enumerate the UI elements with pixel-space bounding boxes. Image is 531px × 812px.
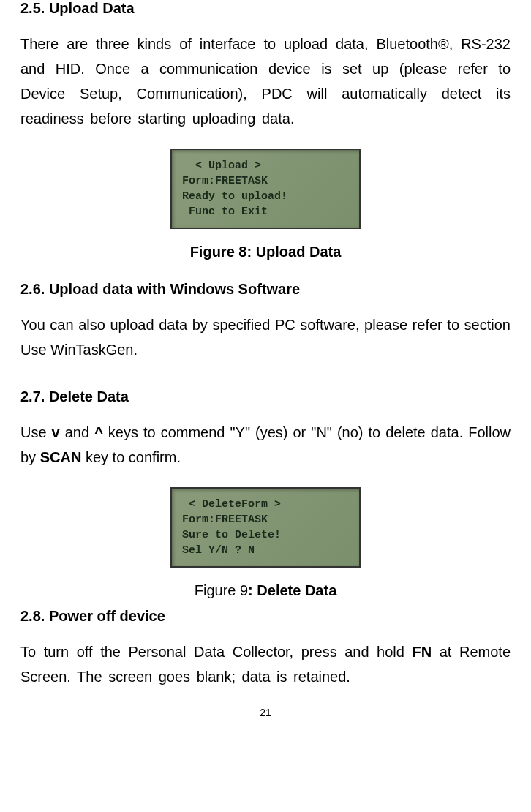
figure-9-caption-prefix: Figure 9 — [195, 582, 248, 598]
section-heading-2-5: 2.5. Upload Data — [20, 0, 511, 17]
lcd-line: Ready to upload! — [182, 189, 349, 204]
lcd-screen-upload: < Upload > Form:FREETASK Ready to upload… — [170, 149, 361, 229]
page-number: 21 — [20, 707, 511, 718]
figure-8-caption: Figure 8: Upload Data — [20, 244, 511, 260]
lcd-text-delete: < DeleteForm > Form:FREETASK Sure to Del… — [182, 495, 349, 560]
text-fragment: and — [60, 424, 94, 440]
lcd-text-upload: < Upload > Form:FREETASK Ready to upload… — [182, 156, 349, 222]
text-fragment: key to confirm. — [81, 449, 181, 465]
key-label-v: v — [52, 424, 60, 440]
lcd-line: Func to Exit — [182, 204, 349, 219]
lcd-line: Sure to Delete! — [182, 527, 349, 543]
section-heading-2-8: 2.8. Power off device — [20, 608, 511, 625]
key-label-fn: FN — [413, 644, 432, 660]
figure-8-image: < Upload > Form:FREETASK Ready to upload… — [20, 149, 511, 229]
lcd-line: < DeleteForm > — [182, 497, 349, 512]
figure-9-caption-bold: : Delete Data — [248, 582, 336, 598]
lcd-line: Form:FREETASK — [182, 173, 349, 189]
lcd-line: Sel Y/N ? N — [182, 543, 349, 558]
lcd-line: < Upload > — [182, 158, 349, 173]
lcd-line: Form:FREETASK — [182, 512, 349, 527]
body-paragraph-2-5: There are three kinds of interface to up… — [20, 31, 511, 131]
body-paragraph-2-6: You can also upload data by specified PC… — [20, 312, 511, 362]
figure-9-caption: Figure 9: Delete Data — [20, 582, 511, 599]
text-fragment: Use — [20, 424, 52, 440]
body-paragraph-2-7: Use v and ^ keys to commend "Y" (yes) or… — [20, 420, 511, 470]
lcd-screen-delete: < DeleteForm > Form:FREETASK Sure to Del… — [170, 487, 361, 568]
section-heading-2-6: 2.6. Upload data with Windows Software — [20, 281, 511, 298]
figure-9-image: < DeleteForm > Form:FREETASK Sure to Del… — [20, 487, 511, 568]
key-label-caret: ^ — [94, 424, 103, 440]
section-heading-2-7: 2.7. Delete Data — [20, 388, 511, 405]
body-paragraph-2-8: To turn off the Personal Data Collector,… — [20, 639, 511, 689]
text-fragment: To turn off the Personal Data Collector,… — [20, 644, 413, 660]
key-label-scan: SCAN — [40, 449, 82, 465]
